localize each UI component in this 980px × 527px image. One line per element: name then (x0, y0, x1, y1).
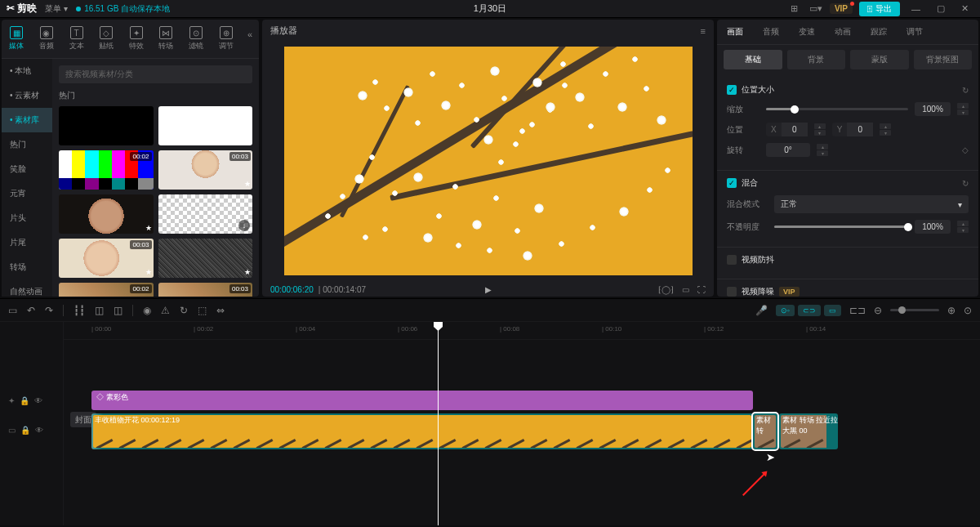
media-thumb-1[interactable] (158, 106, 253, 145)
export-button[interactable]: ⍐ 导出 (859, 2, 900, 16)
prop-tab-画面[interactable]: 画面 (717, 20, 753, 44)
category-笑脸[interactable]: 笑脸 (2, 157, 52, 181)
delete-right-icon[interactable]: ◫ (114, 305, 122, 316)
visibility-icon[interactable]: 👁 (34, 396, 42, 405)
speed-icon[interactable]: ◉ (143, 305, 151, 316)
search-input[interactable]: 搜索视频素材/分类 (59, 65, 252, 83)
category-素材库[interactable]: 素材库 (2, 108, 52, 132)
tool-tab-音频[interactable]: ◉音频 (32, 23, 62, 55)
zoom-fit-icon[interactable]: ⊙ (964, 305, 972, 316)
tool-tab-文本[interactable]: T文本 (61, 23, 91, 55)
align-icon[interactable]: ⊏⊐ (849, 305, 866, 316)
tool-tab-调节[interactable]: ⊕调节 (211, 23, 241, 55)
category-自然动画[interactable]: 自然动画 (2, 279, 52, 297)
media-thumb-6[interactable]: 00:03★ (59, 239, 154, 278)
mirror-icon[interactable]: ⇔ (216, 305, 225, 316)
position-y-input[interactable]: Y0 (832, 123, 874, 136)
snap-toggle[interactable]: ⊙◦ (776, 305, 795, 316)
media-thumb-8[interactable]: 00:02 (59, 283, 154, 297)
position-size-enable-checkbox[interactable]: ✓ (727, 85, 737, 95)
prop-tab-动画[interactable]: 动画 (825, 20, 861, 44)
reset-icon[interactable]: ↻ (962, 86, 969, 95)
mic-icon[interactable]: 🎤 (755, 305, 768, 316)
menu-button[interactable]: 菜单 ▾ (45, 3, 68, 15)
tool-tab-转场[interactable]: ⋈转场 (151, 23, 181, 55)
position-x-input[interactable]: X0 (766, 123, 808, 136)
visibility-icon[interactable]: 👁 (35, 426, 43, 435)
effect-toggle-icon[interactable]: ✦ (8, 396, 15, 405)
prop-subtab-背景抠图[interactable]: 背景抠图 (914, 50, 973, 69)
reset-icon[interactable]: ↻ (962, 179, 969, 188)
prop-subtab-基础[interactable]: 基础 (724, 50, 782, 69)
category-元宵[interactable]: 元宵 (2, 181, 52, 206)
minimize-button[interactable]: — (906, 4, 925, 14)
freeze-icon[interactable]: ⚠ (161, 305, 170, 316)
delete-left-icon[interactable]: ◫ (95, 305, 104, 316)
effect-clip[interactable]: ◇ 素彩色 (91, 391, 753, 410)
video-clip-3[interactable]: 素材 转场 拉近拉大黑 00 (779, 413, 838, 449)
zoom-in-icon[interactable]: ⊕ (947, 305, 956, 316)
prop-tab-调节[interactable]: 调节 (897, 20, 933, 44)
lock-icon[interactable]: 🔒 (20, 426, 30, 435)
prop-subtab-背景[interactable]: 背景 (787, 50, 846, 69)
blend-enable-checkbox[interactable]: ✓ (727, 178, 737, 188)
prop-tab-跟踪[interactable]: 跟踪 (861, 20, 897, 44)
media-thumb-5[interactable]: ↓ (158, 194, 253, 234)
video-clip-main[interactable]: 丰收植物开花 00:00:12:19 (91, 413, 753, 449)
split-icon[interactable]: ┇┇ (74, 305, 85, 316)
media-thumb-3[interactable]: 00:03★ (158, 150, 253, 190)
scale-spinner[interactable]: ▴▾ (957, 103, 969, 115)
rotation-value[interactable]: 0° (766, 143, 810, 157)
maximize-button[interactable]: ▢ (932, 3, 950, 14)
video-clip-2[interactable]: 素材 转 (753, 413, 777, 449)
blend-mode-select[interactable]: 正常▾ (774, 195, 969, 213)
scale-value[interactable]: 100% (915, 102, 951, 116)
select-tool-icon[interactable]: ▭ (8, 305, 17, 316)
media-thumb-4[interactable]: ★ (59, 194, 154, 234)
tool-tab-特效[interactable]: ✦特效 (121, 23, 151, 55)
zoom-slider[interactable] (890, 309, 939, 311)
media-thumb-7[interactable]: ★ (158, 239, 253, 278)
close-button[interactable]: ✕ (956, 3, 973, 14)
link-toggle[interactable]: ⊂⊃ (798, 305, 821, 316)
redo-icon[interactable]: ↷ (45, 305, 53, 316)
category-云素材[interactable]: 云素材 (2, 83, 52, 108)
prop-subtab-蒙版[interactable]: 蒙版 (850, 50, 909, 69)
media-thumb-2[interactable]: 00:02★ (59, 150, 154, 190)
opacity-slider[interactable] (774, 226, 908, 228)
tool-tab-滤镜[interactable]: ⊙滤镜 (181, 23, 212, 55)
lock-icon[interactable]: 🔒 (20, 396, 29, 405)
prop-tab-变速[interactable]: 变速 (789, 20, 825, 44)
ratio-icon[interactable]: ▭ (682, 285, 689, 294)
playhead[interactable] (438, 322, 439, 525)
play-button[interactable]: ▶ (485, 285, 492, 294)
vip-badge[interactable]: VIP (830, 3, 853, 14)
category-片头[interactable]: 片头 (2, 206, 52, 230)
opacity-value[interactable]: 100% (915, 220, 951, 234)
scale-slider[interactable] (766, 108, 908, 110)
media-thumb-0[interactable] (59, 106, 154, 145)
timeline-ruler[interactable]: | 00:00| 00:02| 00:04| 00:06| 00:08| 00:… (64, 322, 980, 340)
preview-toggle[interactable]: ▭ (824, 305, 841, 316)
media-thumb-9[interactable]: 00:03 (158, 283, 253, 297)
stabilize-checkbox[interactable] (727, 255, 737, 265)
prop-tab-音频[interactable]: 音频 (753, 20, 789, 44)
preview-menu-icon[interactable]: ≡ (701, 26, 706, 36)
zoom-out-icon[interactable]: ⊖ (874, 305, 882, 316)
crop-icon[interactable]: ⬚ (198, 305, 207, 316)
keyframe-icon[interactable]: ◇ (962, 145, 969, 154)
layout-icon[interactable]: ▭▾ (808, 2, 823, 16)
category-本地[interactable]: 本地 (2, 59, 52, 83)
category-热门[interactable]: 热门 (2, 132, 52, 157)
fullscreen-icon[interactable]: ⛶ (697, 285, 706, 294)
reverse-icon[interactable]: ↻ (180, 305, 188, 316)
undo-icon[interactable]: ↶ (27, 305, 35, 316)
mute-icon[interactable]: ▭ (8, 426, 16, 435)
category-转场[interactable]: 转场 (2, 255, 52, 279)
tool-tab-媒体[interactable]: ▦媒体 (2, 23, 32, 55)
preview-viewport[interactable] (262, 42, 714, 280)
tool-tab-贴纸[interactable]: ◇贴纸 (91, 23, 122, 55)
focus-icon[interactable]: ⁅◯⁆ (658, 285, 674, 294)
shortcut-icon[interactable]: ⊞ (787, 2, 802, 16)
collapse-icon[interactable]: « (241, 23, 259, 55)
